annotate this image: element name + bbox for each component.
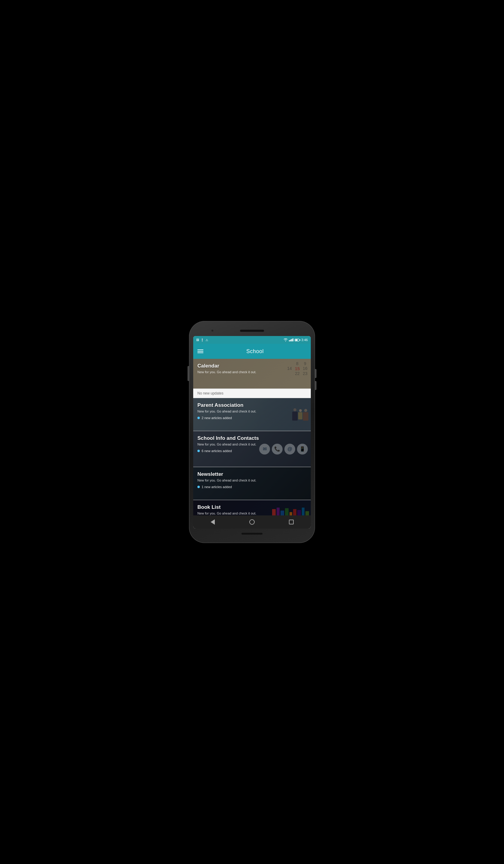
back-button[interactable] <box>207 517 218 527</box>
books-content: Book List New for you. Go ahead and chec… <box>193 500 311 515</box>
parent-badge: 2 new articles added <box>197 416 307 420</box>
calendar-content: Calendar New for you. Go ahead and check… <box>193 359 311 381</box>
school-info-card[interactable]: ✉ 📞 @ 📱 School Info and Contacts New for… <box>193 431 311 467</box>
calendar-card[interactable]: 8 9 14 15 16 22 23 <box>193 359 311 389</box>
status-bar: 🖼 ❕ ⚠ <box>193 336 311 344</box>
app-title: School <box>203 348 307 355</box>
back-icon <box>211 519 215 525</box>
recents-button[interactable] <box>286 517 297 527</box>
power-button[interactable] <box>188 366 189 381</box>
volume-down-button[interactable] <box>315 381 316 390</box>
newsletter-content: Newsletter New for you. Go ahead and che… <box>193 467 311 492</box>
recents-icon <box>289 520 294 525</box>
school-badge: 6 new articles added <box>197 449 307 453</box>
home-button[interactable] <box>247 517 257 527</box>
front-camera <box>211 329 214 332</box>
bottom-nav <box>193 515 311 529</box>
parent-title: Parent Association <box>197 402 307 408</box>
parent-badge-dot <box>197 417 200 419</box>
phone-device: 🖼 ❕ ⚠ <box>189 321 315 543</box>
status-time: 3:46 <box>301 338 308 342</box>
calendar-title: Calendar <box>197 363 307 369</box>
newsletter-badge-text: 1 new articles added <box>202 485 232 489</box>
newsletter-title: Newsletter <box>197 471 307 477</box>
parent-content: Parent Association New for you. Go ahead… <box>193 398 311 423</box>
signal-icon <box>289 338 293 341</box>
parent-association-card[interactable]: Parent Association New for you. Go ahead… <box>193 398 311 431</box>
newsletter-badge: 1 new articles added <box>197 485 307 489</box>
menu-button[interactable] <box>197 349 203 353</box>
newsletter-subtitle: New for you. Go ahead and check it out. <box>197 479 307 482</box>
school-content: School Info and Contacts New for you. Go… <box>193 431 311 456</box>
calendar-subtitle: New for you. Go ahead and check it out. <box>197 370 307 374</box>
no-updates-text: No new updates <box>197 391 224 395</box>
content-list: 8 9 14 15 16 22 23 <box>193 359 311 515</box>
phone-screen: 🖼 ❕ ⚠ <box>193 336 311 529</box>
parent-subtitle: New for you. Go ahead and check it out. <box>197 409 307 413</box>
image-icon: 🖼 <box>196 338 199 341</box>
phone-top <box>193 326 311 335</box>
school-subtitle: New for you. Go ahead and check it out. <box>197 443 307 446</box>
school-badge-text: 6 new articles added <box>202 449 232 453</box>
home-icon <box>249 519 255 525</box>
no-updates-bar: No new updates <box>193 389 311 398</box>
status-right-icons: 3:46 <box>284 338 308 342</box>
parent-badge-text: 2 new articles added <box>202 416 232 420</box>
newsletter-card[interactable]: Newsletter New for you. Go ahead and che… <box>193 467 311 500</box>
wifi-icon <box>284 338 288 342</box>
newsletter-badge-dot <box>197 486 200 488</box>
bottom-speaker <box>241 533 263 535</box>
warning-icon: ⚠ <box>205 338 208 342</box>
status-left-icons: 🖼 ❕ ⚠ <box>196 338 208 342</box>
phone-bottom <box>193 530 311 538</box>
battery-icon <box>295 339 300 341</box>
school-badge-dot <box>197 450 200 452</box>
notification-icon: ❕ <box>200 338 204 342</box>
volume-up-button[interactable] <box>315 369 316 378</box>
earpiece-speaker <box>240 330 264 332</box>
app-bar: School <box>193 344 311 359</box>
books-title: Book List <box>197 504 307 510</box>
book-list-card[interactable]: Book List New for you. Go ahead and chec… <box>193 500 311 515</box>
books-subtitle: New for you. Go ahead and check it out. <box>197 512 307 515</box>
school-title: School Info and Contacts <box>197 435 307 441</box>
